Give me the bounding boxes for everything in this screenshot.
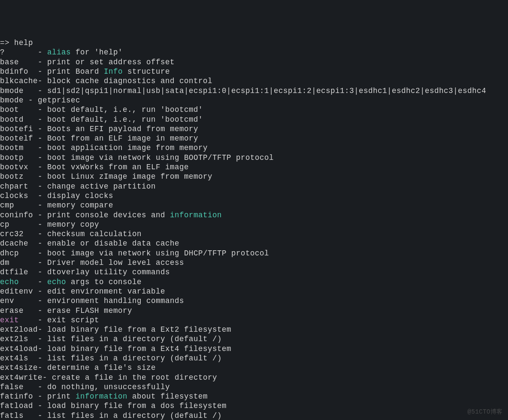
help-command: echo (0, 278, 19, 286)
help-separator: - (28, 192, 47, 200)
help-command: bootvx (0, 163, 28, 171)
help-description-part: list files in a directory (default /) (47, 335, 222, 343)
help-command: cmp (0, 201, 14, 210)
watermark: @51CTO博客 (468, 407, 503, 417)
help-description-part: memory compare (47, 201, 113, 210)
help-description-part: create a file in the root directory (52, 373, 217, 382)
help-command: dtfile (0, 268, 28, 276)
help-description-part: about filesystem (127, 392, 208, 401)
help-separator: - (19, 316, 47, 324)
help-description-part: sd1|sd2|qspi1|normal|usb|sata|ecspi1:0|e… (47, 87, 486, 95)
help-description-part: display clocks (47, 192, 113, 200)
help-description-part: change active partition (47, 182, 156, 191)
help-command: boot (0, 105, 19, 114)
help-command: bootz (0, 172, 24, 181)
help-command: crc32 (0, 230, 24, 238)
help-description-part: Boot vxWorks from an ELF image (47, 163, 189, 171)
help-description-part: alias (47, 48, 71, 57)
help-command: ext4size (0, 363, 38, 372)
help-description-part: args to console (66, 278, 142, 286)
help-command: ? (0, 48, 5, 57)
help-command: bootm (0, 144, 24, 152)
help-description-part: print console devices and (47, 211, 170, 219)
help-command: fatinfo (0, 392, 33, 401)
help-separator: - (38, 363, 47, 372)
help-separator: - (24, 306, 47, 315)
help-description-part: do nothing, unsuccessfully (47, 383, 170, 391)
help-separator: - (38, 345, 47, 353)
help-description-part: Driver model low level access (47, 258, 184, 267)
help-command: fatload (0, 402, 33, 410)
help-description-part: information (76, 392, 127, 401)
help-separator: - (24, 153, 47, 162)
help-description-part: edit environment variable (47, 287, 165, 296)
help-separator: - (24, 87, 47, 95)
help-command: base (0, 58, 19, 66)
help-description-part: Boots an EFI payload from memory (47, 125, 198, 133)
help-description-part: boot default, i.e., run 'bootcmd' (47, 115, 203, 124)
help-description-part: echo (47, 278, 66, 286)
help-separator: - (28, 335, 47, 343)
help-description-part: boot image via network using DHCP/TFTP p… (47, 249, 269, 258)
help-separator: - (42, 373, 52, 382)
help-separator: - (38, 77, 47, 85)
help-separator: - (33, 125, 47, 133)
help-command: bmode - getprisec (0, 96, 80, 105)
help-command: bootelf (0, 134, 33, 143)
help-separator: - (24, 172, 47, 181)
help-separator: - (19, 105, 47, 114)
help-description-part: dtoverlay utility commands (47, 268, 170, 276)
help-separator: - (24, 383, 47, 391)
help-command: coninfo (0, 211, 33, 219)
help-command: false (0, 383, 24, 391)
help-command: clocks (0, 192, 28, 200)
help-separator: - (38, 325, 47, 334)
help-description-part: environment handling commands (47, 297, 184, 305)
help-command: dm (0, 258, 9, 267)
help-separator: - (19, 278, 47, 286)
help-description-part: for 'help' (71, 48, 123, 57)
help-command: ext4write (0, 373, 42, 382)
help-separator: - (14, 297, 47, 305)
help-separator: - (28, 354, 47, 363)
help-command: dhcp (0, 249, 19, 258)
help-separator: - (24, 230, 47, 238)
help-description-part: load binary file from a Ext4 filesystem (47, 345, 231, 353)
help-description-part: load binary file from a dos filesystem (47, 402, 227, 410)
help-separator: - (33, 392, 47, 401)
help-separator: - (19, 58, 47, 66)
help-command: cp (0, 220, 9, 229)
help-description-part: boot application image from memory (47, 144, 208, 152)
help-separator: - (28, 268, 47, 276)
help-separator: - (33, 211, 47, 219)
help-separator: - (9, 220, 47, 229)
help-command: fatls (0, 411, 24, 420)
help-description-part: boot Linux zImage image from memory (47, 172, 212, 181)
help-command: ext2load (0, 325, 38, 334)
help-command: dcache (0, 239, 28, 248)
help-description-part: boot image via network using BOOTP/TFTP … (47, 153, 274, 162)
help-command: bootd (0, 115, 24, 124)
help-description-part: load binary file from a Ext2 filesystem (47, 325, 231, 334)
help-command: bdinfo (0, 67, 28, 76)
prompt-line: => help (0, 39, 33, 47)
help-command: erase (0, 306, 24, 315)
help-description-part: list files in a directory (default /) (47, 354, 222, 363)
help-command: exit (0, 316, 19, 324)
help-description-part: Boot from an ELF image in memory (47, 134, 198, 143)
help-description-part: information (170, 211, 222, 219)
help-description-part: print (47, 392, 76, 401)
help-separator: - (28, 182, 47, 191)
help-separator: - (33, 287, 47, 296)
help-description-part: print or set address offset (47, 58, 175, 66)
help-description-part: erase FLASH memory (47, 306, 132, 315)
help-command: env (0, 297, 14, 305)
help-separator: - (5, 48, 47, 57)
help-command: ext2ls (0, 335, 28, 343)
help-separator: - (33, 134, 47, 143)
help-command: ext4ls (0, 354, 28, 363)
help-command: editenv (0, 287, 33, 296)
help-description-part: checksum calculation (47, 230, 142, 238)
help-separator: - (28, 67, 47, 76)
help-separator: - (28, 163, 47, 171)
